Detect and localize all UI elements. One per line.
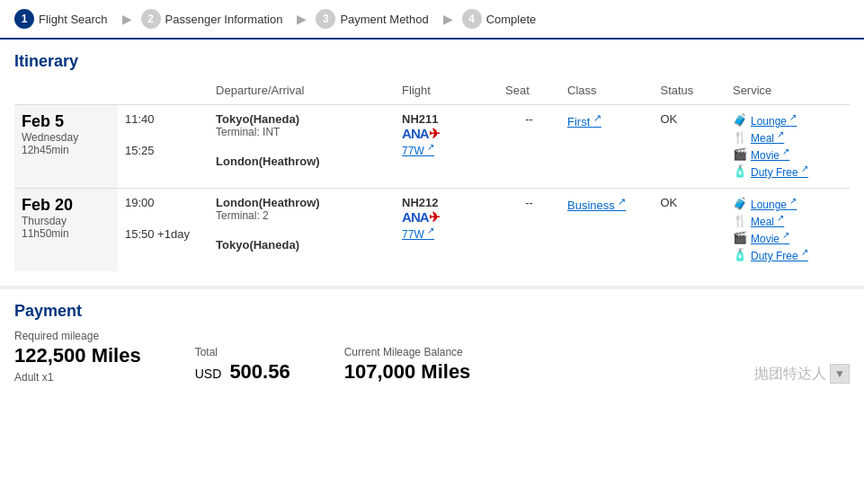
step-arrow-3: ▶ — [443, 12, 453, 26]
total-label: Total — [195, 346, 290, 358]
flight-0-date-cell: Feb 5 Wednesday 12h45min — [14, 105, 118, 189]
flight-1-class[interactable]: Business ↗ — [560, 189, 653, 272]
col-header-class: Class — [560, 80, 653, 105]
flight-0-date: Feb 5 — [22, 112, 111, 131]
flight-1-status: OK — [653, 189, 725, 272]
flight-1-dep-location: London(Heathrow) Terminal: 2 — [216, 196, 387, 222]
flight-0-status: OK — [653, 105, 725, 189]
step-1-label: Flight Search — [39, 13, 108, 26]
lounge-icon: 🧳 — [733, 113, 747, 127]
step-3-number: 3 — [316, 9, 335, 29]
table-row: Feb 20 Thursday 11h50min 19:00 15:50 +1d… — [14, 189, 850, 272]
flight-0-duration: 12h45min — [22, 144, 111, 156]
meal-link[interactable]: Meal ↗ — [751, 213, 784, 228]
service-item-duty-free[interactable]: 🧴 Duty Free ↗ — [733, 164, 842, 179]
step-2-number: 2 — [141, 9, 161, 29]
flight-0-class-link[interactable]: First ↗ — [567, 115, 601, 128]
balance-value: 107,000 Miles — [344, 360, 471, 384]
flight-0-time-arr: 15:25 — [125, 144, 201, 157]
flight-0-number: NH211 — [402, 112, 491, 126]
total-value: USD 500.56 — [195, 360, 290, 384]
watermark-dropdown[interactable]: ▼ — [830, 364, 850, 384]
itinerary-section: Itinerary Departure/Arrival Flight Seat … — [0, 40, 864, 277]
movie-link[interactable]: Movie ↗ — [751, 230, 789, 245]
service-item-movie[interactable]: 🎬 Movie ↗ — [733, 230, 842, 245]
meal-icon: 🍴 — [733, 130, 747, 144]
step-arrow-2: ▶ — [297, 12, 307, 26]
payment-section: Payment Required mileage 122,500 Miles A… — [0, 286, 864, 396]
flight-1-services: 🧳 Lounge ↗ 🍴 Meal ↗ 🎬 Movie ↗ 🧴 Duty Fre… — [726, 189, 850, 272]
service-item-duty-free[interactable]: 🧴 Duty Free ↗ — [733, 247, 842, 262]
col-header-status: Status — [653, 80, 725, 105]
table-row: Feb 5 Wednesday 12h45min 11:40 15:25 Tok… — [14, 105, 850, 189]
flight-0-flight-info: NH211 ANA✈ 77W ↗ — [395, 105, 498, 189]
service-item-meal[interactable]: 🍴 Meal ↗ — [733, 129, 842, 145]
movie-icon: 🎬 — [733, 147, 747, 161]
flight-0-airline-logo: ANA✈ — [402, 126, 491, 142]
meal-icon: 🍴 — [733, 214, 747, 227]
flight-0-class[interactable]: First ↗ — [560, 105, 653, 189]
service-item-movie[interactable]: 🎬 Movie ↗ — [733, 146, 842, 162]
duty-free-icon: 🧴 — [733, 248, 747, 261]
flight-0-seat: -- — [498, 105, 560, 189]
flight-1-class-link[interactable]: Business ↗ — [567, 199, 626, 212]
progress-bar: 1 Flight Search ▶ 2 Passenger Informatio… — [0, 0, 864, 40]
balance-item: Current Mileage Balance 107,000 Miles — [344, 346, 471, 384]
flight-0-services: 🧳 Lounge ↗ 🍴 Meal ↗ 🎬 Movie ↗ 🧴 Duty Fre… — [726, 105, 850, 189]
required-mileage-label: Required mileage — [14, 330, 141, 342]
mileage-number: 122,500 — [14, 344, 86, 367]
step-3-label: Payment Method — [340, 13, 428, 26]
balance-unit: Miles — [421, 360, 470, 383]
payment-grid: Required mileage 122,500 Miles Adult x1 … — [14, 330, 850, 384]
flight-1-date: Feb 20 — [22, 196, 111, 215]
flight-0-arr-location: London(Heathrow) — [216, 155, 387, 168]
flight-0-dep-location: Tokyo(Haneda) Terminal: INT — [216, 112, 387, 138]
service-item-lounge[interactable]: 🧳 Lounge ↗ — [733, 112, 842, 128]
mileage-unit: Miles — [92, 344, 141, 367]
flight-0-day: Wednesday — [22, 131, 111, 144]
service-item-meal[interactable]: 🍴 Meal ↗ — [733, 213, 842, 228]
step-2-label: Passenger Information — [165, 13, 283, 26]
col-header-date — [14, 80, 118, 105]
adult-note: Adult x1 — [14, 371, 141, 384]
flight-1-aircraft[interactable]: 77W ↗ — [402, 225, 491, 241]
flight-1-date-cell: Feb 20 Thursday 11h50min — [14, 189, 118, 272]
flight-1-flight-info: NH212 ANA✈ 77W ↗ — [395, 189, 498, 272]
flight-1-seat: -- — [498, 189, 560, 272]
duty-free-link[interactable]: Duty Free ↗ — [751, 164, 808, 179]
flight-1-duration: 11h50min — [22, 227, 111, 240]
col-header-time — [118, 80, 209, 105]
movie-link[interactable]: Movie ↗ — [751, 146, 789, 162]
meal-link[interactable]: Meal ↗ — [751, 129, 784, 145]
flight-0-aircraft[interactable]: 77W ↗ — [402, 142, 491, 157]
service-item-lounge[interactable]: 🧳 Lounge ↗ — [733, 196, 842, 211]
lounge-icon: 🧳 — [733, 197, 747, 210]
total-item: Total USD 500.56 — [195, 346, 290, 384]
flight-1-locations: London(Heathrow) Terminal: 2 Tokyo(Haned… — [209, 189, 395, 272]
flight-0-locations: Tokyo(Haneda) Terminal: INT London(Heath… — [209, 105, 395, 189]
step-4-label: Complete — [486, 13, 537, 26]
total-currency: USD — [195, 367, 222, 381]
duty-free-icon: 🧴 — [733, 164, 747, 178]
flight-1-number: NH212 — [402, 196, 491, 209]
flight-1-times: 19:00 15:50 +1day — [118, 189, 209, 272]
flight-1-airline-logo: ANA✈ — [402, 209, 491, 225]
lounge-link[interactable]: Lounge ↗ — [751, 196, 797, 211]
col-header-flight: Flight — [395, 80, 498, 105]
step-3: 3 Payment Method — [316, 9, 428, 29]
movie-icon: 🎬 — [733, 231, 747, 244]
required-mileage-item: Required mileage 122,500 Miles Adult x1 — [14, 330, 141, 384]
step-1: 1 Flight Search — [14, 9, 108, 29]
table-header-row: Departure/Arrival Flight Seat Class Stat… — [14, 80, 850, 105]
col-header-service: Service — [726, 80, 850, 105]
step-1-number: 1 — [14, 9, 34, 29]
duty-free-link[interactable]: Duty Free ↗ — [751, 247, 808, 262]
step-4: 4 Complete — [462, 9, 537, 29]
flight-1-time-dep: 19:00 — [125, 196, 201, 209]
step-4-number: 4 — [462, 9, 482, 29]
watermark: 抛团特达人 ▼ — [754, 364, 850, 384]
col-header-seat: Seat — [498, 80, 560, 105]
balance-label: Current Mileage Balance — [344, 346, 471, 358]
flight-1-arr-location: Tokyo(Haneda) — [216, 238, 387, 252]
lounge-link[interactable]: Lounge ↗ — [751, 112, 797, 128]
